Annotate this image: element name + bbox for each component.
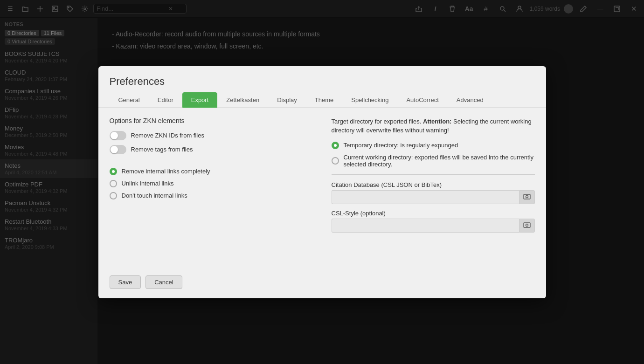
radio-temp-dir-label: Temporary directory: is regularly expung… [344, 142, 458, 149]
toggle-row-zkn-ids: Remove ZKN IDs from files [110, 131, 313, 140]
tab-general[interactable]: General [110, 92, 149, 108]
radio-row-temp-dir: Temporary directory: is regularly expung… [332, 142, 535, 149]
radio-dont-touch-label: Don't touch internal links [122, 192, 187, 199]
tab-theme[interactable]: Theme [306, 92, 342, 108]
citation-db-row [332, 190, 535, 204]
radio-dont-touch[interactable] [110, 192, 117, 199]
csl-style-browse-button[interactable] [519, 219, 535, 233]
csl-style-label: CSL-Style (optional) [332, 210, 535, 217]
radio-row-working-dir: Current working directory: exported file… [332, 154, 535, 168]
tab-editor[interactable]: Editor [149, 92, 182, 108]
save-button[interactable]: Save [110, 275, 141, 289]
tab-spellchecking[interactable]: Spellchecking [342, 92, 397, 108]
citation-db-input[interactable] [332, 190, 519, 204]
tab-autocorrect[interactable]: AutoCorrect [397, 92, 447, 108]
radio-unlink[interactable] [110, 180, 117, 187]
radio-row-dont-touch: Don't touch internal links [110, 192, 313, 199]
target-attention-text: Target directory for exported files. Att… [332, 117, 535, 135]
svg-point-13 [526, 224, 528, 226]
svg-rect-12 [524, 223, 530, 227]
target-intro: Target directory for exported files. [332, 118, 422, 125]
toggle-remove-tags[interactable] [110, 145, 126, 154]
options-section-title: Options for ZKN elements [110, 117, 313, 124]
prefs-divider-1 [110, 161, 313, 161]
svg-point-11 [526, 195, 528, 198]
toggle-remove-zkn-ids-label: Remove ZKN IDs from files [131, 132, 204, 139]
modal-overlay: Preferences General Editor Export Zettel… [0, 0, 644, 364]
tab-zettelkasten[interactable]: Zettelkasten [217, 92, 268, 108]
prefs-left-panel: Options for ZKN elements Remove ZKN IDs … [110, 117, 313, 266]
prefs-right-panel: Target directory for exported files. Att… [332, 117, 535, 266]
csl-style-input[interactable] [332, 219, 519, 233]
toggle-row-tags: Remove tags from files [110, 145, 313, 154]
attention-label: Attention: [423, 118, 451, 125]
radio-working-dir[interactable] [332, 157, 339, 165]
radio-remove-internal[interactable] [110, 168, 117, 175]
preferences-dialog: Preferences General Editor Export Zettel… [98, 66, 546, 298]
radio-temp-dir[interactable] [332, 142, 339, 149]
preferences-title: Preferences [98, 66, 546, 92]
csl-style-row [332, 219, 535, 233]
preferences-body: Options for ZKN elements Remove ZKN IDs … [98, 108, 546, 275]
radio-unlink-label: Unlink internal links [122, 180, 174, 187]
tab-advanced[interactable]: Advanced [448, 92, 492, 108]
svg-rect-10 [524, 194, 530, 199]
radio-remove-internal-label: Remove internal links completely [122, 168, 210, 175]
tab-export[interactable]: Export [182, 92, 218, 108]
toggle-remove-zkn-ids[interactable] [110, 131, 126, 140]
citation-db-label: Citation Database (CSL JSON or BibTex) [332, 181, 535, 188]
toggle-remove-tags-label: Remove tags from files [131, 146, 193, 153]
preferences-tabs: General Editor Export Zettelkasten Displ… [98, 92, 546, 108]
citation-db-browse-button[interactable] [519, 190, 535, 204]
radio-row-remove-internal: Remove internal links completely [110, 168, 313, 175]
prefs-divider-2 [332, 174, 535, 175]
cancel-button[interactable]: Cancel [145, 275, 182, 289]
preferences-footer: Save Cancel [98, 275, 546, 298]
tab-display[interactable]: Display [268, 92, 306, 108]
radio-working-dir-label: Current working directory: exported file… [344, 154, 535, 168]
radio-row-unlink: Unlink internal links [110, 180, 313, 187]
